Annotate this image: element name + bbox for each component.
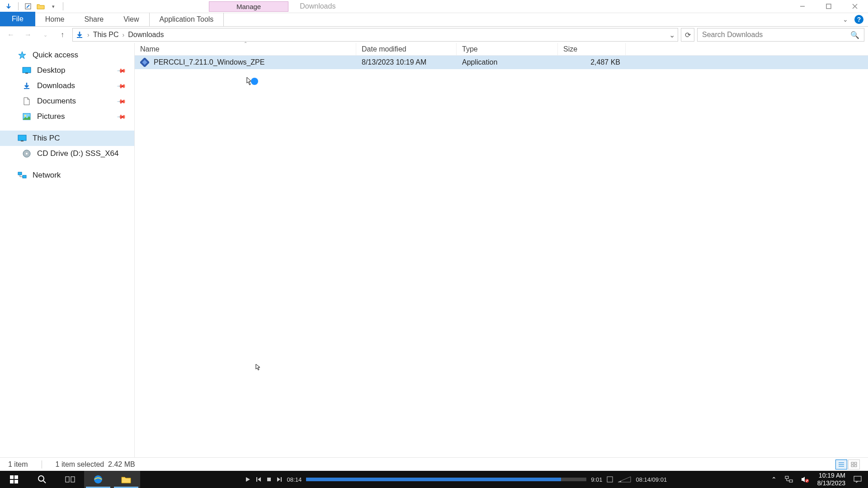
sidebar-item-label: Downloads xyxy=(37,81,75,90)
address-bar[interactable]: › This PC › Downloads ⌄ xyxy=(72,28,678,42)
close-button[interactable] xyxy=(842,0,868,13)
tab-application-tools[interactable]: Application Tools xyxy=(149,13,224,26)
svg-rect-23 xyxy=(854,462,857,464)
search-box[interactable]: 🔍 xyxy=(697,28,864,42)
minimize-button[interactable] xyxy=(789,0,816,13)
qat-new-folder-icon[interactable] xyxy=(36,1,46,11)
file-list: ⌃ Name Date modified Type Size PERCCLI_7… xyxy=(135,43,868,457)
svg-rect-32 xyxy=(66,477,69,482)
tray-chevron-icon[interactable]: ⌃ xyxy=(771,476,777,483)
sidebar-cd-drive[interactable]: CD Drive (D:) SSS_X64 xyxy=(0,146,134,161)
star-icon xyxy=(17,51,27,60)
tab-view[interactable]: View xyxy=(113,13,149,26)
volume-icon[interactable] xyxy=(618,476,631,483)
window-controls xyxy=(789,0,868,13)
svg-rect-35 xyxy=(267,478,271,481)
column-label: Name xyxy=(140,45,160,53)
breadcrumb-downloads[interactable]: Downloads xyxy=(128,31,164,39)
start-button[interactable] xyxy=(0,471,28,488)
sidebar-item-label: Pictures xyxy=(37,112,65,121)
svg-rect-26 xyxy=(10,475,14,479)
tray-clock[interactable]: 10:19 AM 8/13/2023 xyxy=(817,472,845,487)
qat-customize-dropdown-icon[interactable]: ▾ xyxy=(48,1,58,11)
prev-button[interactable] xyxy=(255,476,262,483)
tab-home[interactable]: Home xyxy=(35,13,75,26)
svg-rect-27 xyxy=(14,475,18,479)
breadcrumb-separator: › xyxy=(87,31,90,38)
expand-ribbon-icon[interactable]: ⌄ xyxy=(843,16,848,23)
media-position: 08:14 xyxy=(287,476,302,483)
titlebar: ▾ Manage Downloads xyxy=(0,0,868,13)
svg-rect-24 xyxy=(851,465,854,467)
tray-volume-muted-icon[interactable] xyxy=(801,476,809,483)
nav-recent-dropdown[interactable]: ⌄ xyxy=(38,28,52,41)
nav-up-button[interactable]: ↑ xyxy=(55,28,70,41)
qat-properties-icon[interactable] xyxy=(23,1,33,11)
column-size[interactable]: Size xyxy=(558,43,626,55)
play-button[interactable] xyxy=(245,476,251,483)
taskbar-ie-button[interactable] xyxy=(84,471,112,488)
search-icon[interactable]: 🔍 xyxy=(850,31,859,39)
task-view-button[interactable] xyxy=(56,471,84,488)
taskbar-explorer-button[interactable] xyxy=(112,471,140,488)
tray-action-center-icon[interactable] xyxy=(854,476,862,483)
file-name: PERCCLI_7.211.0_Windows_ZPE xyxy=(154,58,264,66)
breadcrumb-this-pc[interactable]: This PC xyxy=(93,31,119,39)
sidebar-item-label: Network xyxy=(33,171,61,180)
nav-back-button[interactable]: ← xyxy=(4,28,18,41)
sidebar-desktop[interactable]: Desktop 📌 xyxy=(0,63,134,78)
column-headers: ⌃ Name Date modified Type Size xyxy=(135,43,868,56)
column-name[interactable]: ⌃ Name xyxy=(135,43,356,55)
svg-rect-12 xyxy=(21,141,24,141)
navigation-pane: Quick access Desktop 📌 Downloads 📌 Docum… xyxy=(0,43,135,457)
sidebar-quick-access[interactable]: Quick access xyxy=(0,47,134,63)
quick-access-toolbar: ▾ xyxy=(0,1,69,11)
media-progress-bar[interactable] xyxy=(306,478,586,481)
network-icon xyxy=(17,171,27,180)
sidebar-item-label: Quick access xyxy=(33,51,78,60)
sidebar-item-label: This PC xyxy=(33,134,60,143)
tray-network-icon[interactable] xyxy=(785,476,793,483)
search-button[interactable] xyxy=(28,471,56,488)
fullscreen-button[interactable] xyxy=(607,476,613,483)
tray-time: 10:19 AM xyxy=(817,472,845,479)
svg-rect-6 xyxy=(23,67,31,73)
svg-rect-16 xyxy=(23,175,26,178)
application-icon xyxy=(140,58,149,67)
svg-point-34 xyxy=(94,475,102,483)
svg-rect-38 xyxy=(789,480,793,482)
nav-forward-button[interactable]: → xyxy=(21,28,35,41)
sidebar-this-pc[interactable]: This PC xyxy=(0,131,134,146)
file-row[interactable]: PERCCLI_7.211.0_Windows_ZPE 8/13/2023 10… xyxy=(135,56,868,69)
stop-button[interactable] xyxy=(266,477,272,482)
qat-down-arrow-icon[interactable] xyxy=(4,1,14,11)
sidebar-pictures[interactable]: Pictures 📌 xyxy=(0,109,134,124)
column-date[interactable]: Date modified xyxy=(356,43,457,55)
tab-file[interactable]: File xyxy=(0,12,35,26)
sidebar-network[interactable]: Network xyxy=(0,168,134,183)
downloads-icon xyxy=(22,81,32,90)
column-type[interactable]: Type xyxy=(457,43,558,55)
tray-date: 8/13/2023 xyxy=(817,479,845,487)
svg-line-31 xyxy=(43,481,46,483)
pin-icon: 📌 xyxy=(117,81,127,91)
address-dropdown-icon[interactable]: ⌄ xyxy=(669,31,675,39)
search-input[interactable] xyxy=(702,31,847,39)
file-type: Application xyxy=(457,58,558,66)
contextual-tab-manage[interactable]: Manage xyxy=(209,1,288,12)
svg-rect-22 xyxy=(851,462,854,464)
file-size: 2,487 KB xyxy=(558,58,626,66)
view-large-icons-button[interactable] xyxy=(848,460,860,469)
tab-share[interactable]: Share xyxy=(74,13,113,26)
sidebar-documents[interactable]: Documents 📌 xyxy=(0,94,134,109)
next-button[interactable] xyxy=(276,476,283,483)
status-item-count: 1 item xyxy=(8,460,28,469)
sidebar-item-label: CD Drive (D:) SSS_X64 xyxy=(37,149,118,158)
sidebar-downloads[interactable]: Downloads 📌 xyxy=(0,78,134,94)
pictures-icon xyxy=(22,112,32,121)
maximize-button[interactable] xyxy=(816,0,842,13)
view-details-button[interactable] xyxy=(835,460,847,469)
svg-rect-2 xyxy=(826,4,831,9)
help-icon[interactable]: ? xyxy=(854,15,863,24)
refresh-button[interactable]: ⟳ xyxy=(681,28,694,42)
